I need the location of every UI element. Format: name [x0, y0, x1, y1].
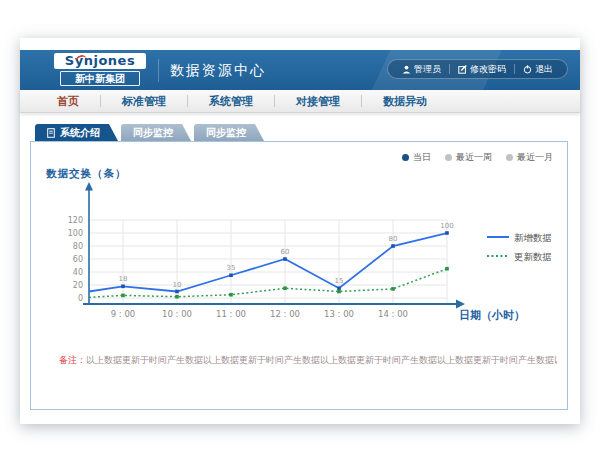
y-axis-arrow — [85, 182, 93, 191]
window-top-strip — [20, 38, 580, 50]
y-tick-label: 80 — [73, 242, 83, 251]
change-password-button[interactable]: 修改密码 — [450, 63, 514, 76]
content-area: 系统介绍 同步监控 同步监控 当日 最近一周 — [20, 113, 580, 424]
time-range-filter: 当日 最近一周 最近一月 — [402, 151, 553, 164]
data-point — [337, 290, 341, 294]
line-chart: 0204060801001209 : 0010 : 0011 : 0012 : … — [31, 180, 567, 340]
radio-last-month-label: 最近一月 — [517, 151, 553, 164]
data-point — [121, 294, 125, 298]
nav-item-system-mgmt[interactable]: 系统管理 — [188, 94, 274, 109]
footnote-label: 备注： — [59, 355, 86, 365]
header-divider — [158, 59, 159, 82]
nav-item-interface-mgmt[interactable]: 对接管理 — [275, 94, 361, 109]
data-point — [391, 244, 395, 248]
radio-dot-selected — [402, 154, 409, 161]
x-axis-label: 日期（小时） — [459, 309, 525, 322]
tab-system-intro[interactable]: 系统介绍 — [35, 124, 118, 141]
x-tick-label: 10 : 00 — [162, 309, 192, 319]
x-axis-arrow — [456, 300, 465, 309]
user-menu-admin[interactable]: 管理员 — [394, 63, 449, 76]
footnote: 备注：以上数据更新于时间产生数据以上数据更新于时间产生数据以上数据更新于时间产生… — [59, 354, 557, 367]
x-tick-label: 12 : 00 — [270, 309, 300, 319]
radio-last-week-label: 最近一周 — [456, 151, 492, 164]
data-point — [175, 295, 179, 299]
data-point — [121, 285, 125, 289]
tab-label: 同步监控 — [206, 127, 246, 138]
data-point — [337, 286, 341, 290]
data-point-label: 35 — [227, 264, 236, 272]
logo: Synjones 新中新集团 — [54, 53, 146, 86]
data-point — [229, 273, 233, 277]
legend-label-new-data: 新增数据 — [514, 232, 552, 243]
nav-item-standard-mgmt[interactable]: 标准管理 — [101, 94, 187, 109]
edit-icon — [458, 65, 467, 74]
tab-label: 同步监控 — [133, 127, 173, 138]
radio-last-week[interactable]: 最近一周 — [445, 151, 492, 164]
radio-today[interactable]: 当日 — [402, 151, 431, 164]
page-title: 数据资源中心 — [170, 62, 266, 80]
user-icon — [402, 65, 411, 74]
document-icon — [47, 128, 55, 138]
y-axis-title: 数据交换（条） — [46, 167, 127, 181]
y-tick-label: 40 — [73, 268, 83, 277]
x-tick-label: 13 : 00 — [324, 309, 354, 319]
y-tick-label: 0 — [78, 294, 83, 303]
data-point — [283, 257, 287, 261]
chart-panel: 当日 最近一周 最近一月 数据交换（条） 0204060801001209 : … — [30, 141, 568, 410]
power-icon — [523, 65, 532, 74]
radio-today-label: 当日 — [413, 151, 431, 164]
app-window: Synjones 新中新集团 数据资源中心 管理员 修改密码 — [20, 38, 580, 424]
tab-label: 系统介绍 — [60, 124, 100, 141]
data-point-label: 18 — [119, 275, 128, 283]
data-point — [175, 290, 179, 294]
data-point — [229, 293, 233, 297]
x-tick-label: 11 : 00 — [216, 309, 246, 319]
y-tick-label: 120 — [68, 216, 83, 225]
data-point — [445, 231, 449, 235]
logo-company: 新中新集团 — [60, 71, 140, 86]
x-tick-label: 14 : 00 — [378, 309, 408, 319]
data-point-label: 100 — [440, 222, 453, 230]
radio-dot — [445, 154, 452, 161]
x-tick-label: 9 : 00 — [111, 309, 136, 319]
main-nav: 首页 标准管理 系统管理 对接管理 数据异动 — [20, 90, 580, 113]
logout-button[interactable]: 退出 — [515, 63, 561, 76]
radio-last-month[interactable]: 最近一月 — [506, 151, 553, 164]
user-menu-admin-label: 管理员 — [414, 63, 441, 76]
data-point — [391, 287, 395, 291]
nav-item-data-change[interactable]: 数据异动 — [362, 94, 448, 109]
data-point-label: 60 — [281, 248, 290, 256]
legend-label-update-data: 更新数据 — [514, 251, 552, 262]
tab-bar: 系统介绍 同步监控 同步监控 — [35, 124, 264, 141]
y-tick-label: 60 — [73, 255, 83, 264]
logo-brand: Synjones — [54, 53, 146, 69]
user-menu: 管理员 修改密码 退出 — [387, 59, 568, 79]
radio-dot — [506, 154, 513, 161]
tab-sync-monitor-2[interactable]: 同步监控 — [194, 124, 264, 141]
data-point — [283, 286, 287, 290]
data-point-label: 80 — [389, 235, 398, 243]
change-password-label: 修改密码 — [470, 63, 506, 76]
footnote-text: 以上数据更新于时间产生数据以上数据更新于时间产生数据以上数据更新于时间产生数据以… — [86, 355, 557, 365]
data-point — [445, 267, 449, 271]
logout-label: 退出 — [535, 63, 553, 76]
nav-item-home[interactable]: 首页 — [36, 94, 100, 109]
y-tick-label: 100 — [68, 229, 83, 238]
data-point-label: 10 — [173, 281, 182, 289]
app-header: Synjones 新中新集团 数据资源中心 管理员 修改密码 — [20, 50, 580, 90]
tab-sync-monitor-1[interactable]: 同步监控 — [121, 124, 191, 141]
data-point-label: 15 — [335, 277, 344, 285]
y-tick-label: 20 — [73, 281, 83, 290]
